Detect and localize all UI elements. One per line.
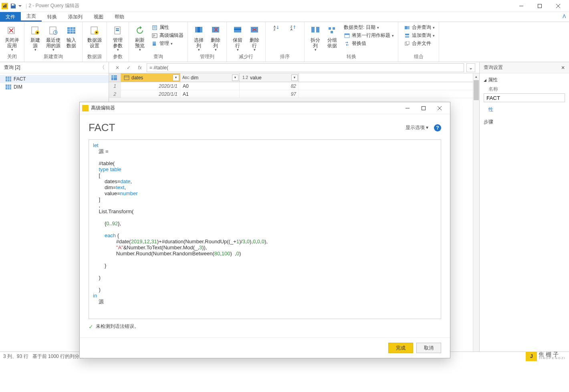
- svg-rect-2: [6, 4, 6, 8]
- column-filter-icon[interactable]: ▼: [232, 75, 238, 81]
- type-icon[interactable]: ABC: [183, 75, 189, 81]
- column-filter-icon[interactable]: ▼: [173, 75, 179, 81]
- enter-data-button[interactable]: 输入 数据: [63, 24, 80, 49]
- new-source-button[interactable]: ★新建 源▾: [27, 24, 44, 53]
- svg-rect-27: [116, 30, 119, 31]
- svg-rect-35: [153, 42, 156, 46]
- recent-source-button[interactable]: 最近使 用的源▾: [44, 24, 63, 53]
- settings-prop-link[interactable]: 性: [488, 106, 565, 113]
- svg-text:★: ★: [36, 31, 39, 34]
- tab-view[interactable]: 视图: [88, 12, 109, 22]
- collapse-ribbon-icon[interactable]: ᐱ: [563, 14, 566, 19]
- settings-steps-label: 步骤: [484, 119, 565, 125]
- svg-text:A: A: [274, 25, 276, 28]
- done-button[interactable]: 完成: [388, 343, 413, 353]
- refresh-preview-button[interactable]: 刷新 预览▾: [131, 24, 148, 53]
- append-queries-button[interactable]: 追加查询▾: [402, 32, 436, 39]
- choose-columns-button[interactable]: 选择 列▾: [190, 24, 207, 53]
- merge-queries-button[interactable]: 合并查询▾: [402, 24, 436, 31]
- dialog-close-button[interactable]: [432, 103, 448, 114]
- keep-rows-button[interactable]: 保留 行▾: [229, 24, 246, 53]
- cancel-button[interactable]: 取消: [416, 343, 441, 353]
- vertical-scrollbar[interactable]: ▴: [473, 73, 479, 352]
- query-item[interactable]: FACT: [0, 75, 109, 83]
- table-icon: [6, 77, 11, 81]
- close-apply-button[interactable]: 关闭并 应用▾: [2, 24, 22, 53]
- group-datasource-label: 数据源: [85, 53, 104, 62]
- type-icon[interactable]: [123, 75, 130, 81]
- svg-rect-60: [405, 34, 409, 35]
- column-header[interactable]: dates▼: [121, 73, 180, 82]
- svg-rect-52: [316, 27, 319, 32]
- datasource-settings-button[interactable]: 数据源 设置: [85, 24, 104, 49]
- row-header-corner[interactable]: [109, 73, 121, 82]
- svg-rect-58: [405, 26, 407, 29]
- settings-header: 查询设置✕: [480, 62, 569, 73]
- settings-name-input[interactable]: [484, 93, 565, 102]
- table-row[interactable]: 22020/1/1A197: [109, 90, 479, 98]
- group-transform-label: 转换: [307, 53, 395, 62]
- brand-logo: J: [526, 352, 537, 361]
- dialog-minimize-button[interactable]: [400, 103, 416, 114]
- column-filter-icon[interactable]: ▼: [291, 75, 298, 81]
- display-options-dropdown[interactable]: 显示选项 ▾: [406, 124, 428, 131]
- properties-button[interactable]: 属性: [150, 24, 185, 31]
- status-dims: 3 列、93 行: [3, 353, 28, 360]
- close-settings-icon[interactable]: ✕: [561, 65, 565, 71]
- sort-asc-button[interactable]: AZ: [268, 24, 285, 32]
- remove-rows-button[interactable]: 删除 行▾: [246, 24, 263, 53]
- advanced-editor-dialog: 高级编辑器 FACT 显示选项 ▾ ? let 源 = #table( type…: [79, 102, 450, 358]
- svg-rect-17: [67, 27, 75, 34]
- brand-area: J 焦棚子JIAOPENGZI: [526, 352, 566, 361]
- column-header[interactable]: ABCdim▼: [180, 73, 240, 82]
- advanced-editor-button[interactable]: 高级编辑器: [150, 32, 185, 39]
- split-column-button[interactable]: 拆分 列▾: [307, 24, 324, 53]
- dialog-maximize-button[interactable]: [416, 103, 432, 114]
- app-icon: [2, 3, 8, 9]
- tab-help[interactable]: 帮助: [109, 12, 130, 22]
- svg-rect-74: [111, 75, 117, 80]
- formula-expand-icon[interactable]: ⌄: [466, 63, 475, 72]
- formula-cancel-icon[interactable]: ✕: [113, 63, 122, 72]
- ribbon-tabs: 文件 主页 转换 添加列 视图 帮助 ᐱ: [0, 12, 569, 22]
- type-icon[interactable]: 1.2: [242, 75, 248, 81]
- collapse-queries-icon[interactable]: 〈: [100, 64, 105, 71]
- ribbon: 关闭并 应用▾ 关闭 ★新建 源▾ 最近使 用的源▾ 输入 数据 新建查询 数据…: [0, 22, 569, 62]
- help-icon[interactable]: ?: [434, 124, 441, 131]
- svg-rect-26: [116, 28, 119, 29]
- svg-text:Z: Z: [274, 28, 276, 30]
- save-icon[interactable]: [10, 3, 16, 9]
- manage-button[interactable]: 管理▾: [150, 40, 185, 47]
- minimize-button[interactable]: [512, 0, 531, 12]
- formula-input[interactable]: = #table(: [147, 63, 464, 72]
- maximize-button[interactable]: [531, 0, 549, 12]
- table-row[interactable]: 12020/1/1A082: [109, 82, 479, 90]
- formula-bar: ✕ ✓ fx = #table( ⌄: [109, 62, 479, 73]
- status-profile: 基于前 1000 行的列分析: [32, 353, 84, 360]
- group-sort-label: 排序: [268, 53, 302, 62]
- qat-dropdown-icon[interactable]: [18, 5, 22, 7]
- formula-fx-icon[interactable]: fx: [135, 63, 144, 72]
- replace-values-button[interactable]: 替换值: [342, 40, 395, 47]
- combine-files-button[interactable]: 合并文件: [402, 40, 436, 47]
- code-editor[interactable]: let 源 = #table( type table [ dates=date,…: [89, 139, 441, 319]
- query-item[interactable]: DIM: [0, 83, 109, 91]
- sort-desc-button[interactable]: ZA: [285, 24, 302, 32]
- formula-commit-icon[interactable]: ✓: [124, 63, 133, 72]
- tab-addcolumn[interactable]: 添加列: [63, 12, 88, 22]
- column-header[interactable]: 1.2value▼: [240, 73, 299, 82]
- first-row-header-button[interactable]: 将第一行用作标题▾: [342, 32, 395, 39]
- manage-params-button[interactable]: 管理 参数▾: [109, 24, 126, 53]
- svg-rect-53: [329, 27, 331, 30]
- tab-home[interactable]: 主页: [21, 12, 42, 22]
- close-button[interactable]: [549, 0, 567, 12]
- svg-rect-1: [4, 5, 5, 8]
- dialog-titlebar: 高级编辑器: [80, 102, 450, 114]
- tab-transform[interactable]: 转换: [42, 12, 63, 22]
- tab-file[interactable]: 文件: [0, 12, 21, 22]
- data-type-button[interactable]: 数据类型: 日期▾: [342, 24, 395, 31]
- group-by-button[interactable]: 分组 依据: [324, 24, 341, 49]
- remove-columns-button[interactable]: 删除 列▾: [207, 24, 224, 53]
- svg-rect-64: [6, 77, 11, 81]
- svg-rect-51: [311, 27, 315, 32]
